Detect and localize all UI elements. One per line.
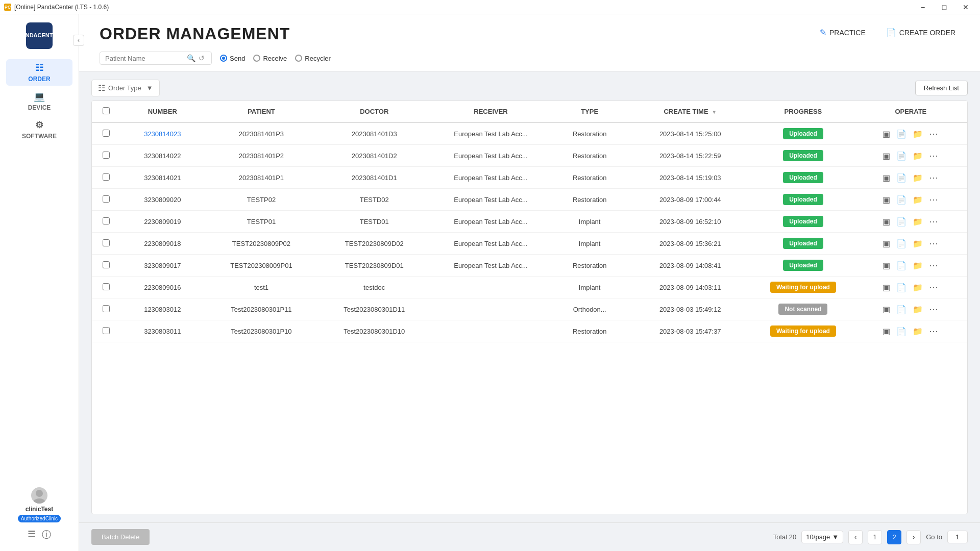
folder-icon-8[interactable]: 📁 <box>913 305 923 314</box>
folder-icon-0[interactable]: 📁 <box>913 129 923 139</box>
search-refresh-icon[interactable]: ↺ <box>199 54 205 62</box>
row-operate-2: ▣ 📄 📁 ⋯ <box>854 167 967 189</box>
folder-icon-3[interactable]: 📁 <box>913 195 923 205</box>
row-patient-4: TESTP01 <box>205 211 317 233</box>
radio-recycler[interactable]: Recycler <box>295 55 331 62</box>
row-checkbox-8[interactable] <box>103 305 110 312</box>
minimize-btn[interactable]: − <box>913 0 933 14</box>
row-checkbox-5[interactable] <box>103 239 110 246</box>
folder-icon-7[interactable]: 📁 <box>913 283 923 292</box>
row-checkbox-6[interactable] <box>103 261 110 268</box>
goto-input[interactable] <box>947 531 968 543</box>
doc-icon-5[interactable]: 📄 <box>896 239 906 248</box>
order-number-7: 2230809016 <box>144 284 181 291</box>
scan-icon-2[interactable]: ▣ <box>883 173 890 183</box>
doc-icon-7[interactable]: 📄 <box>896 283 906 292</box>
scan-icon-5[interactable]: ▣ <box>883 239 890 248</box>
per-page-select[interactable]: 10/page ▼ <box>801 531 843 543</box>
menu-icon[interactable]: ☰ <box>28 529 36 541</box>
row-checkbox-2[interactable] <box>103 173 110 181</box>
search-icon[interactable]: 🔍 <box>187 54 195 62</box>
scan-icon-4[interactable]: ▣ <box>883 217 890 227</box>
doc-icon-3[interactable]: 📄 <box>896 195 906 205</box>
order-type-filter[interactable]: ☷ Order Type ▼ <box>91 80 160 96</box>
operate-icons-8: ▣ 📄 📁 ⋯ <box>859 304 963 315</box>
maximize-btn[interactable]: □ <box>934 0 954 14</box>
doc-icon-2[interactable]: 📄 <box>896 173 906 183</box>
more-icon-6[interactable]: ⋯ <box>929 260 939 271</box>
folder-icon-5[interactable]: 📁 <box>913 239 923 248</box>
help-icon[interactable]: ⓘ <box>42 529 51 541</box>
scan-icon-1[interactable]: ▣ <box>883 151 890 161</box>
order-link-0[interactable]: 3230814023 <box>144 130 181 138</box>
radio-receive[interactable]: Receive <box>253 55 287 62</box>
next-page-btn[interactable]: › <box>906 530 921 544</box>
more-icon-4[interactable]: ⋯ <box>929 216 939 227</box>
more-icon-1[interactable]: ⋯ <box>929 150 939 161</box>
row-receiver-2: European Test Lab Acc... <box>431 167 551 189</box>
scan-icon-0[interactable]: ▣ <box>883 129 890 139</box>
sidebar-item-software[interactable]: ⚙ SOFTWARE <box>6 116 72 143</box>
more-icon-9[interactable]: ⋯ <box>929 325 939 337</box>
search-input[interactable] <box>105 55 187 62</box>
row-type-0: Restoration <box>551 122 628 145</box>
row-checkbox-7[interactable] <box>103 283 110 290</box>
doc-icon-4[interactable]: 📄 <box>896 217 906 227</box>
row-doctor-8: Test2023080301D11 <box>318 298 431 320</box>
refresh-list-btn[interactable]: Refresh List <box>915 81 968 95</box>
title-bar: PC [Online] PandaCenter (LTS - 1.0.6) − … <box>0 0 980 14</box>
batch-delete-btn[interactable]: Batch Delete <box>91 529 150 545</box>
sidebar-actions: ☰ ⓘ <box>28 529 51 541</box>
select-all-checkbox[interactable] <box>103 107 110 114</box>
row-checkbox-4[interactable] <box>103 217 110 224</box>
orders-table: NUMBER PATIENT DOCTOR RECEIVER TYPE CREA… <box>92 101 967 342</box>
doc-icon-8[interactable]: 📄 <box>896 305 906 314</box>
scan-icon-6[interactable]: ▣ <box>883 261 890 270</box>
doc-icon-9[interactable]: 📄 <box>896 327 906 336</box>
more-icon-5[interactable]: ⋯ <box>929 238 939 249</box>
radio-send[interactable]: Send <box>220 55 245 62</box>
more-icon-2[interactable]: ⋯ <box>929 172 939 183</box>
page-btn-2[interactable]: 2 <box>887 530 901 544</box>
folder-icon-6[interactable]: 📁 <box>913 261 923 270</box>
practice-btn[interactable]: ✎ PRACTICE <box>816 24 870 40</box>
folder-icon-1[interactable]: 📁 <box>913 151 923 161</box>
radio-dot-receive <box>253 55 260 62</box>
folder-icon-2[interactable]: 📁 <box>913 173 923 183</box>
more-icon-0[interactable]: ⋯ <box>929 128 939 139</box>
scan-icon-3[interactable]: ▣ <box>883 195 890 205</box>
prev-page-btn[interactable]: ‹ <box>848 530 863 544</box>
row-type-2: Restoration <box>551 167 628 189</box>
header-actions: ✎ PRACTICE 📄 CREATE ORDER <box>816 24 960 40</box>
scan-icon-9[interactable]: ▣ <box>883 327 890 336</box>
chevron-down-icon: ▼ <box>146 84 153 92</box>
sort-icon: ▼ <box>712 109 717 115</box>
sidebar-collapse-btn[interactable]: ‹ <box>73 35 84 46</box>
order-type-label: Order Type <box>108 84 141 92</box>
create-order-btn[interactable]: 📄 CREATE ORDER <box>882 24 960 40</box>
close-btn[interactable]: ✕ <box>955 0 976 14</box>
row-checkbox-cell-0 <box>92 122 120 145</box>
folder-icon-4[interactable]: 📁 <box>913 217 923 227</box>
row-checkbox-0[interactable] <box>103 130 110 137</box>
sidebar-item-device[interactable]: 💻 DEVICE <box>6 88 72 114</box>
row-progress-1: Uploaded <box>752 145 854 167</box>
scan-icon-7[interactable]: ▣ <box>883 283 890 292</box>
row-checkbox-1[interactable] <box>103 152 110 159</box>
doc-icon-6[interactable]: 📄 <box>896 261 906 270</box>
order-number-3: 3230809020 <box>144 196 181 204</box>
scan-icon-8[interactable]: ▣ <box>883 305 890 314</box>
more-icon-8[interactable]: ⋯ <box>929 304 939 315</box>
row-checkbox-9[interactable] <box>103 327 110 334</box>
row-checkbox-cell-4 <box>92 211 120 233</box>
row-checkbox-3[interactable] <box>103 195 110 203</box>
doc-icon-0[interactable]: 📄 <box>896 129 906 139</box>
doc-icon-1[interactable]: 📄 <box>896 151 906 161</box>
folder-icon-9[interactable]: 📁 <box>913 327 923 336</box>
more-icon-3[interactable]: ⋯ <box>929 194 939 205</box>
sidebar-item-order[interactable]: ☷ ORDER <box>6 59 72 86</box>
operate-icons-5: ▣ 📄 📁 ⋯ <box>859 238 963 249</box>
col-create-time[interactable]: CREATE TIME ▼ <box>628 101 752 122</box>
page-btn-1[interactable]: 1 <box>868 530 882 544</box>
more-icon-7[interactable]: ⋯ <box>929 282 939 293</box>
